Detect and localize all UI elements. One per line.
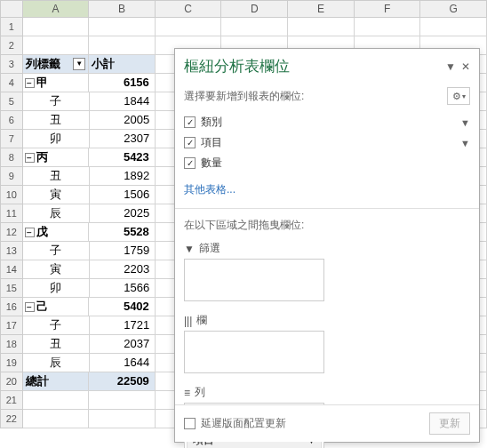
pivot-item[interactable]: 丑 [23,335,90,354]
pivot-value[interactable]: 2307 [90,130,156,148]
column-header-B[interactable]: B [89,0,156,18]
field-item[interactable]: ✓項目▼ [184,132,470,153]
column-header-A[interactable]: A [23,0,90,18]
pivot-value[interactable]: 2005 [90,111,156,130]
row-header[interactable]: 21 [0,391,23,410]
row-header[interactable]: 8 [0,148,23,167]
pivot-value[interactable]: 1506 [90,186,156,204]
collapse-icon: − [25,153,35,163]
cell[interactable] [288,18,355,36]
panel-close-icon[interactable]: ✕ [461,60,470,73]
cell[interactable] [89,18,156,36]
area-rows-label: 列 [195,385,205,400]
panel-settings-button[interactable]: ⚙▾ [447,87,470,105]
update-button[interactable]: 更新 [429,412,470,435]
field-filter-icon[interactable]: ▼ [460,138,470,148]
pivot-value[interactable]: 1844 [90,92,156,111]
pivot-item[interactable]: 子 [23,242,90,260]
row-header[interactable]: 16 [0,298,23,316]
pivot-item[interactable]: 卯 [23,130,90,148]
field-checkbox[interactable]: ✓ [184,157,196,169]
column-header-D[interactable]: D [221,0,288,18]
cell[interactable] [355,18,421,36]
pivot-value[interactable]: 2203 [90,260,156,279]
pivot-item[interactable]: 寅 [23,260,90,279]
panel-title: 樞紐分析表欄位 [184,56,290,76]
collapse-icon: − [25,78,35,88]
row-header[interactable]: 17 [0,316,23,335]
field-checkbox[interactable]: ✓ [184,116,196,128]
column-header-E[interactable]: E [288,0,355,18]
columns-icon: ||| [184,315,192,327]
pivot-item[interactable]: 卯 [23,279,90,298]
cell[interactable] [420,18,487,36]
pivot-group[interactable]: −己 [23,298,90,316]
column-header-C[interactable]: C [156,0,222,18]
pivot-subtotal-header[interactable]: 小計 [89,55,156,74]
pivot-grand-total-label[interactable]: 總計 [23,372,90,391]
row-header[interactable]: 6 [0,111,23,130]
pivot-value[interactable]: 2037 [90,335,156,354]
pivot-item[interactable]: 寅 [23,186,90,204]
pivot-grand-total-value[interactable]: 22509 [89,372,156,391]
row-header[interactable]: 12 [0,223,23,242]
cell[interactable] [89,410,156,428]
pivot-item[interactable]: 丑 [23,111,90,130]
pivot-value[interactable]: 1721 [90,316,156,335]
field-item[interactable]: ✓類別▼ [184,112,470,132]
pivot-group-subtotal[interactable]: 5402 [89,298,156,316]
field-item[interactable]: ✓數量 [184,153,470,173]
pivot-group[interactable]: −戊 [23,223,90,242]
pivot-group-subtotal[interactable]: 5423 [89,148,156,167]
cell[interactable] [23,410,90,428]
field-filter-icon[interactable]: ▼ [460,117,470,128]
cell[interactable] [23,36,90,55]
row-header[interactable]: 22 [0,410,23,428]
row-header[interactable]: 5 [0,92,23,111]
pivot-value[interactable]: 1892 [90,167,156,186]
pivot-value[interactable]: 1566 [90,279,156,298]
pivot-group-subtotal[interactable]: 5528 [89,223,156,242]
pivot-item[interactable]: 子 [23,316,90,335]
panel-menu-icon[interactable]: ▼ [445,60,456,73]
pivot-group[interactable]: −丙 [23,148,90,167]
row-header[interactable]: 11 [0,204,23,223]
row-header[interactable]: 14 [0,260,23,279]
row-header[interactable]: 9 [0,167,23,186]
pivot-item[interactable]: 辰 [23,204,90,223]
pivot-item[interactable]: 辰 [23,354,90,372]
cell[interactable] [23,18,90,36]
row-header[interactable]: 1 [0,18,23,36]
filter-drop-area[interactable] [184,259,324,301]
row-header[interactable]: 13 [0,242,23,260]
pivot-group[interactable]: −甲 [23,74,90,92]
row-header[interactable]: 2 [0,36,23,55]
column-header-F[interactable]: F [355,0,421,18]
cell[interactable] [156,18,222,36]
cell[interactable] [221,18,288,36]
field-checkbox[interactable]: ✓ [184,137,196,148]
defer-update-checkbox[interactable] [184,418,196,429]
row-header[interactable]: 20 [0,372,23,391]
pivot-value[interactable]: 2025 [90,204,156,223]
pivot-row-labels-header[interactable]: 列標籤▼ [23,55,90,74]
other-tables-link[interactable]: 其他表格... [175,177,479,203]
columns-drop-area[interactable] [184,331,324,373]
pivot-group-subtotal[interactable]: 6156 [89,74,156,92]
pivot-value[interactable]: 1759 [90,242,156,260]
cell[interactable] [89,36,156,55]
select-all-corner[interactable] [0,0,23,18]
row-header[interactable]: 19 [0,354,23,372]
row-header[interactable]: 15 [0,279,23,298]
column-header-G[interactable]: G [420,0,487,18]
row-header[interactable]: 7 [0,130,23,148]
row-header[interactable]: 3 [0,55,23,74]
row-header[interactable]: 10 [0,186,23,204]
row-header[interactable]: 18 [0,335,23,354]
pivot-item[interactable]: 丑 [23,167,90,186]
cell[interactable] [89,391,156,410]
row-header[interactable]: 4 [0,74,23,92]
pivot-item[interactable]: 子 [23,92,90,111]
cell[interactable] [23,391,90,410]
pivot-value[interactable]: 1644 [90,354,156,372]
